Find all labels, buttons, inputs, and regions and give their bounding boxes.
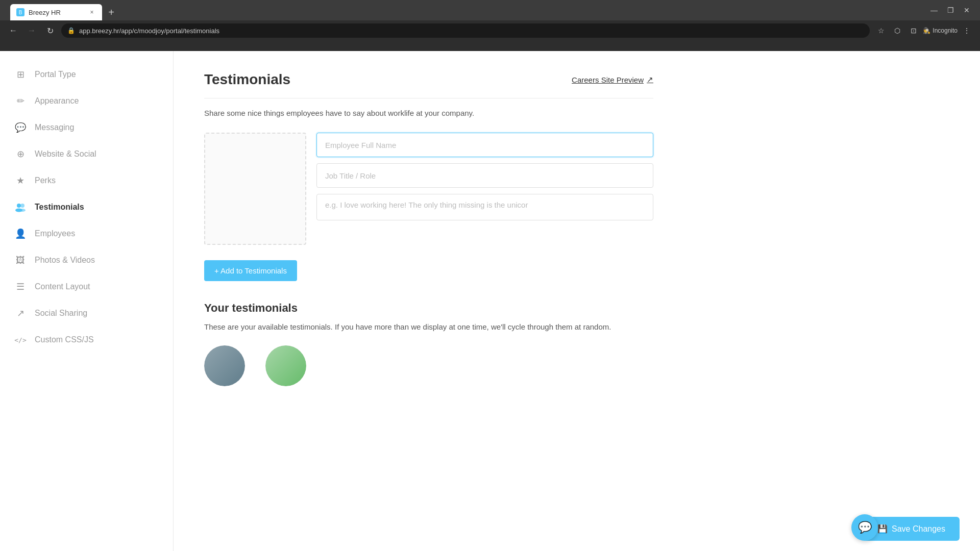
quote-textarea[interactable] <box>316 194 653 220</box>
app-container: ⊞ Portal Type ✏ Appearance 💬 Messaging ⊕… <box>0 51 980 551</box>
sidebar-item-photos-videos[interactable]: 🖼 Photos & Videos <box>0 247 173 273</box>
content-area: Testimonials Careers Site Preview ↗ Shar… <box>174 51 684 407</box>
incognito-badge: 🕵 Incognito <box>923 27 958 34</box>
back-button[interactable]: ← <box>6 23 20 38</box>
svg-point-0 <box>17 204 21 208</box>
sidebar-label-social-sharing: Social Sharing <box>35 309 87 318</box>
testimonials-section: Your testimonials These are your availab… <box>204 302 653 386</box>
browser-actions: ☆ ⬡ ⊡ 🕵 Incognito ⋮ <box>874 23 974 38</box>
tab-title: Breezy HR <box>29 9 84 16</box>
sidebar-item-employees[interactable]: 👤 Employees <box>0 220 173 247</box>
address-bar-lock-icon: 🔒 <box>67 27 75 34</box>
chat-icon: 💬 <box>858 521 872 534</box>
sidebar: ⊞ Portal Type ✏ Appearance 💬 Messaging ⊕… <box>0 51 174 551</box>
sidebar-label-website-social: Website & Social <box>35 149 96 159</box>
sidebar-item-messaging[interactable]: 💬 Messaging <box>0 114 173 141</box>
bookmark-button[interactable]: ☆ <box>874 23 888 38</box>
save-icon: 💾 <box>877 524 888 534</box>
sidebar-item-social-sharing[interactable]: ↗ Social Sharing <box>0 300 173 327</box>
forward-button[interactable]: → <box>24 23 39 38</box>
testimonial-avatar-2 <box>265 345 306 386</box>
window-close-button[interactable]: ✕ <box>960 3 974 17</box>
tab-close-button[interactable]: × <box>88 8 96 16</box>
window-minimize-button[interactable]: — <box>927 3 941 17</box>
perks-icon: ★ <box>14 174 27 187</box>
portal-type-icon: ⊞ <box>14 68 27 81</box>
svg-point-3 <box>19 209 26 212</box>
testimonials-icon <box>14 201 27 213</box>
external-link-icon: ↗ <box>647 75 653 84</box>
appearance-icon: ✏ <box>14 95 27 107</box>
employees-icon: 👤 <box>14 228 27 240</box>
sidebar-label-content-layout: Content Layout <box>35 282 90 291</box>
your-testimonials-description: These are your available testimonials. I… <box>204 321 653 333</box>
extensions-button[interactable]: ⬡ <box>890 23 904 38</box>
sidebar-item-content-layout[interactable]: ☰ Content Layout <box>0 273 173 300</box>
messaging-icon: 💬 <box>14 121 27 134</box>
testimonials-grid <box>204 345 653 386</box>
careers-preview-link[interactable]: Careers Site Preview ↗ <box>572 75 653 84</box>
page-title: Testimonials <box>204 71 290 88</box>
chat-widget-button[interactable]: 💬 <box>851 514 878 541</box>
sidebar-item-testimonials[interactable]: Testimonials <box>0 194 173 220</box>
sidebar-label-employees: Employees <box>35 229 75 238</box>
sidebar-label-testimonials: Testimonials <box>35 203 84 212</box>
sidebar-item-appearance[interactable]: ✏ Appearance <box>0 88 173 114</box>
your-testimonials-title: Your testimonials <box>204 302 653 315</box>
refresh-button[interactable]: ↻ <box>43 23 57 38</box>
sidebar-label-photos-videos: Photos & Videos <box>35 256 95 265</box>
add-testimonial-form <box>204 133 653 245</box>
tab-favicon: B <box>16 8 24 16</box>
save-changes-label: Save Changes <box>892 524 945 534</box>
form-fields <box>316 133 653 245</box>
sidebar-item-portal-type[interactable]: ⊞ Portal Type <box>0 61 173 88</box>
sidebar-label-custom-css: Custom CSS/JS <box>35 335 94 344</box>
page-subtitle: Share some nice things employees have to… <box>204 109 653 117</box>
sidebar-label-appearance: Appearance <box>35 96 79 106</box>
window-restore-button[interactable]: ❐ <box>943 3 958 17</box>
add-to-testimonials-button[interactable]: + Add to Testimonials <box>204 260 297 281</box>
testimonial-avatar-1 <box>204 345 245 386</box>
browser-menu-button[interactable]: ⋮ <box>960 23 974 38</box>
avatar-image-1 <box>204 345 245 386</box>
sidebar-label-perks: Perks <box>35 176 56 185</box>
incognito-icon: 🕵 <box>923 27 930 34</box>
website-social-icon: ⊕ <box>14 148 27 160</box>
browser-tab-active[interactable]: B Breezy HR × <box>10 4 102 20</box>
browser-titlebar: B Breezy HR × + — ❐ ✕ <box>0 0 980 20</box>
custom-css-icon: </> <box>14 334 27 346</box>
svg-point-1 <box>20 204 24 208</box>
sidebar-item-perks[interactable]: ★ Perks <box>0 167 173 194</box>
main-content: Testimonials Careers Site Preview ↗ Shar… <box>174 51 980 551</box>
social-sharing-icon: ↗ <box>14 307 27 319</box>
job-title-input[interactable] <box>316 163 653 188</box>
employee-name-input[interactable] <box>316 133 653 157</box>
browser-chrome: B Breezy HR × + — ❐ ✕ ← → ↻ 🔒 app.breezy… <box>0 0 980 51</box>
window-controls: — ❐ ✕ <box>927 3 974 17</box>
new-tab-button[interactable]: + <box>104 5 118 19</box>
page-header: Testimonials Careers Site Preview ↗ <box>204 71 653 98</box>
photos-videos-icon: 🖼 <box>14 254 27 266</box>
browser-toolbar: ← → ↻ 🔒 app.breezy.hr/app/c/moodjoy/port… <box>0 20 980 41</box>
careers-preview-label: Careers Site Preview <box>572 76 644 84</box>
add-to-testimonials-label: + Add to Testimonials <box>214 266 287 275</box>
address-bar[interactable]: 🔒 app.breezy.hr/app/c/moodjoy/portal/tes… <box>61 23 870 38</box>
address-bar-url: app.breezy.hr/app/c/moodjoy/portal/testi… <box>79 27 219 35</box>
sidebar-item-custom-css[interactable]: </> Custom CSS/JS <box>0 327 173 353</box>
display-button[interactable]: ⊡ <box>906 23 921 38</box>
sidebar-label-portal-type: Portal Type <box>35 70 76 79</box>
avatar-image-2 <box>265 345 306 386</box>
sidebar-label-messaging: Messaging <box>35 123 74 132</box>
incognito-label: Incognito <box>933 27 958 34</box>
content-layout-icon: ☰ <box>14 281 27 293</box>
photo-upload-box[interactable] <box>204 133 306 245</box>
sidebar-item-website-social[interactable]: ⊕ Website & Social <box>0 141 173 167</box>
